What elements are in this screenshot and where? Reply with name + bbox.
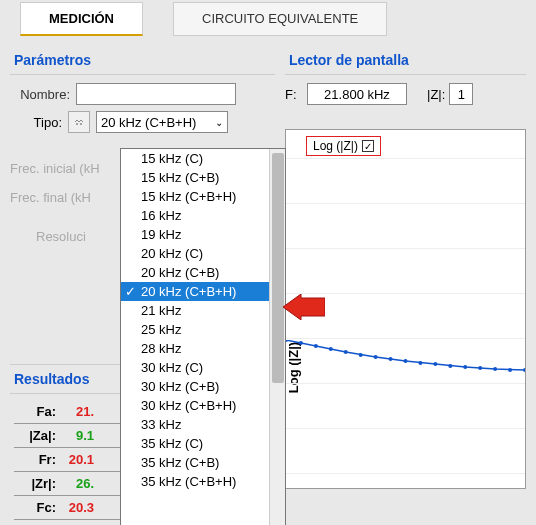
f-value: 21.800 kHz bbox=[307, 83, 407, 105]
svg-point-12 bbox=[433, 362, 437, 366]
result-label: Fc: bbox=[22, 500, 56, 515]
dropdown-option[interactable]: 15 kHz (C+B) bbox=[121, 168, 269, 187]
dropdown-option[interactable]: 30 kHz (C+B+H) bbox=[121, 396, 269, 415]
svg-point-9 bbox=[389, 357, 393, 361]
dropdown-option[interactable]: 35 kHz (C) bbox=[121, 434, 269, 453]
svg-point-10 bbox=[404, 359, 408, 363]
pointer-arrow-icon bbox=[283, 294, 325, 320]
svg-point-5 bbox=[329, 347, 333, 351]
dropdown-option[interactable]: 16 kHz bbox=[121, 206, 269, 225]
svg-point-3 bbox=[299, 341, 303, 345]
type-dropdown[interactable]: 20 kHz (C+B+H) ⌄ bbox=[96, 111, 228, 133]
result-label: |Zr|: bbox=[22, 476, 56, 491]
dropdown-option[interactable]: 30 kHz (C+B) bbox=[121, 377, 269, 396]
svg-point-15 bbox=[478, 366, 482, 370]
dropdown-option[interactable]: 15 kHz (C) bbox=[121, 149, 269, 168]
dropdown-option[interactable]: 19 kHz bbox=[121, 225, 269, 244]
dropdown-option[interactable]: 33 kHz bbox=[121, 415, 269, 434]
result-label: Fr: bbox=[22, 452, 56, 467]
result-value: 20.1 bbox=[60, 452, 94, 467]
dropdown-option[interactable]: 35 kHz (C+B) bbox=[121, 453, 269, 472]
dropdown-option[interactable]: 20 kHz (C) bbox=[121, 244, 269, 263]
svg-point-17 bbox=[508, 368, 512, 372]
tab-measurement[interactable]: MEDICIÓN bbox=[20, 2, 143, 36]
svg-point-0 bbox=[76, 123, 78, 125]
z-label: |Z|: bbox=[427, 87, 445, 102]
svg-point-7 bbox=[359, 353, 363, 357]
tab-equivalent-circuit[interactable]: CIRCUITO EQUIVALENTE bbox=[173, 2, 387, 36]
dropdown-option[interactable]: 15 kHz (C+B+H) bbox=[121, 187, 269, 206]
z-value: 1 bbox=[449, 83, 473, 105]
result-label: Fa: bbox=[22, 404, 56, 419]
scrollbar-thumb[interactable] bbox=[272, 153, 284, 383]
svg-point-6 bbox=[344, 350, 348, 354]
legend-checkbox[interactable]: ✓ bbox=[362, 140, 374, 152]
svg-point-8 bbox=[374, 355, 378, 359]
legend-label: Log (|Z|) bbox=[313, 139, 358, 153]
freq-final-label: Frec. final (kH bbox=[10, 190, 91, 205]
chevron-down-icon: ⌄ bbox=[215, 117, 223, 128]
plot-legend[interactable]: Log (|Z|) ✓ bbox=[306, 136, 381, 156]
type-dropdown-list[interactable]: 15 kHz (C)15 kHz (C+B)15 kHz (C+B+H)16 k… bbox=[120, 148, 286, 525]
dropdown-option[interactable]: 21 kHz bbox=[121, 301, 269, 320]
svg-point-11 bbox=[418, 361, 422, 365]
svg-point-14 bbox=[463, 365, 467, 369]
result-value: 20.3 bbox=[60, 500, 94, 515]
svg-point-13 bbox=[448, 364, 452, 368]
dropdown-option[interactable]: 20 kHz (C+B+H) bbox=[121, 282, 269, 301]
type-settings-icon[interactable] bbox=[68, 111, 90, 133]
dropdown-option[interactable]: 35 kHz (C+B+H) bbox=[121, 472, 269, 491]
result-label: |Za|: bbox=[22, 428, 56, 443]
dropdown-option[interactable]: 20 kHz (C+B) bbox=[121, 263, 269, 282]
dropdown-option[interactable]: 30 kHz (C) bbox=[121, 358, 269, 377]
type-label: Tipo: bbox=[28, 115, 62, 130]
plot-curve bbox=[286, 340, 525, 380]
freq-initial-label: Frec. inicial (kH bbox=[10, 161, 100, 176]
dropdown-option[interactable]: 25 kHz bbox=[121, 320, 269, 339]
svg-point-1 bbox=[80, 123, 82, 125]
name-input[interactable] bbox=[76, 83, 236, 105]
svg-point-16 bbox=[493, 367, 497, 371]
svg-point-18 bbox=[523, 368, 525, 372]
type-selected-value: 20 kHz (C+B+H) bbox=[101, 115, 196, 130]
result-value: 21. bbox=[60, 404, 94, 419]
resolution-label: Resoluci bbox=[36, 229, 86, 244]
f-label: F: bbox=[285, 87, 303, 102]
result-value: 26. bbox=[60, 476, 94, 491]
dropdown-option[interactable]: 28 kHz bbox=[121, 339, 269, 358]
screen-reader-title: Lector de pantalla bbox=[285, 46, 526, 75]
params-title: Parámetros bbox=[10, 46, 275, 75]
name-label: Nombre: bbox=[10, 87, 70, 102]
svg-point-4 bbox=[314, 344, 318, 348]
dropdown-scrollbar[interactable] bbox=[269, 149, 285, 525]
result-value: 9.1 bbox=[60, 428, 94, 443]
svg-point-2 bbox=[286, 340, 288, 342]
